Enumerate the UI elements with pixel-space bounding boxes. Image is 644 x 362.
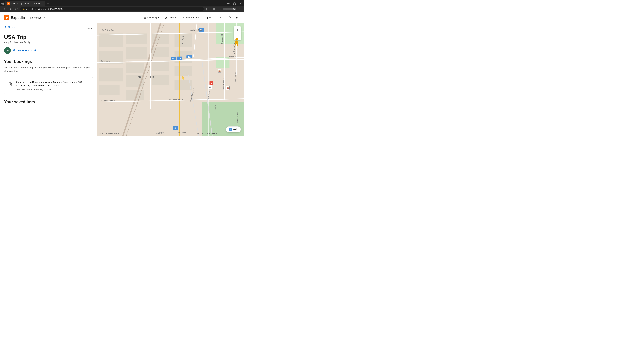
trips-button[interactable]: Trips [216,15,226,20]
active-tab[interactable]: E USA Trip trip overview | Expedia ✕ [5,1,45,6]
svg-text:Maryland Pkwy: Maryland Pkwy [235,71,237,83]
notifications-button[interactable] [227,15,233,21]
help-button[interactable]: ? Help [226,126,241,132]
tab-group-indicator[interactable] [1,2,4,5]
account-button[interactable] [234,15,240,21]
svg-rect-22 [126,33,147,43]
promo-content: It's great to be Blue. You unlocked Memb… [16,80,84,91]
support-label: Support [204,16,212,19]
svg-point-88 [236,38,238,40]
svg-point-4 [219,8,220,9]
split-screen-button[interactable] [211,7,216,11]
bookmark-button[interactable] [205,7,210,11]
svg-text:Joe W Brown Dr: Joe W Brown Dr [223,77,225,90]
list-property-button[interactable]: List your property [180,15,201,20]
menu-button[interactable]: Menu [87,27,93,30]
svg-text:15: 15 [174,127,176,129]
support-button[interactable]: Support [202,15,215,20]
svg-text:Paradise Rd: Paradise Rd [214,105,216,114]
trip-subtitle: A trip for the whole family. [4,41,93,44]
svg-text:589: 589 [188,56,190,58]
svg-rect-26 [152,47,169,57]
address-bar-right: Incognito (2) [205,7,242,11]
svg-text:S Industrial Rd: S Industrial Rd [221,32,223,43]
promo-icon [8,81,13,86]
zoom-in-label: + [236,28,238,32]
promo-card[interactable]: It's great to be Blue. You unlocked Memb… [4,77,93,94]
pegman[interactable] [234,37,241,44]
expedia-logo-icon [4,15,10,20]
map-panel[interactable]: 15 589 589 15 15 W Cakey Blvd W Cakey Bl… [97,23,244,136]
more-options-icon[interactable]: ⋮ [81,27,84,30]
map-svg: 15 589 589 15 15 W Cakey Blvd W Cakey Bl… [97,23,244,136]
promo-valid: Offer valid until your last day of trave… [16,88,84,91]
list-property-label: List your property [182,16,198,19]
expedia-logo[interactable]: Expedia [4,15,25,20]
invite-label: Invite to your trip [18,49,37,52]
reload-button[interactable] [14,7,19,11]
svg-point-10 [237,17,238,18]
help-label: Help [233,128,238,131]
tab-favicon: E [7,2,10,5]
zoom-in-button[interactable]: + [234,26,241,33]
svg-point-5 [240,8,240,8]
address-bar-row: 🔒 expedia.com/trips/egti-0RO-JET-TPJX In… [0,6,244,12]
get-app-button[interactable]: Get the app [142,15,161,20]
invite-link[interactable]: Invite to your trip [13,49,37,52]
profile-button[interactable] [217,7,222,11]
terms-label: Terms [98,132,104,134]
avatar: LD [4,47,11,54]
svg-marker-8 [5,16,8,19]
svg-rect-34 [174,80,192,90]
svg-rect-18 [99,33,123,47]
svg-text:♥: ♥ [211,82,212,84]
svg-text:Maryland Pkwy: Maryland Pkwy [237,111,238,123]
svg-rect-24 [126,63,144,73]
bookings-empty-text: You don't have any bookings yet. But you… [4,66,93,73]
trip-title: USA Trip [4,34,93,40]
svg-text:15: 15 [178,57,181,59]
svg-point-7 [240,10,240,10]
tab-title: USA Trip trip overview | Expedia [11,2,40,4]
more-travel-dropdown[interactable]: More travel [28,15,47,20]
page: Expedia More travel Get the app English … [0,12,244,136]
invite-row: LD Invite to your trip [4,47,93,54]
map-terms[interactable]: Terms | Report a map error [98,132,122,134]
tab-close-button[interactable]: ✕ [41,2,43,4]
more-options-button[interactable] [238,7,242,11]
svg-rect-20 [99,68,123,81]
svg-point-11 [14,49,15,51]
all-trips-label: All trips [8,26,16,28]
close-window-button[interactable]: ✕ [238,1,243,6]
maximize-button[interactable]: ▢ [232,1,237,6]
address-bar[interactable]: 🔒 expedia.com/trips/egti-0RO-JET-TPJX [20,7,204,11]
forward-button[interactable] [8,7,13,11]
incognito-badge[interactable]: Incognito (2) [223,8,236,10]
svg-text:Sahara Ave: Sahara Ave [100,60,110,62]
back-button[interactable] [2,7,7,11]
avatar-initials: LD [6,49,9,52]
svg-rect-89 [236,40,238,44]
google-label: Google [156,131,164,134]
report-label: Report a map error [106,132,122,134]
language-button[interactable]: English [162,15,178,20]
main-content: All trips ⋮ Menu USA Trip A trip for the… [0,23,244,136]
map-attribution: Map Data ©2024 Google [196,132,217,134]
svg-text:⊞: ⊞ [209,86,211,88]
new-tab-button[interactable]: + [46,1,50,6]
menu-label: Menu [87,27,93,30]
map-scale: Map Data ©2024 Google 500 m [196,132,224,134]
url-text: expedia.com/trips/egti-0RO-JET-TPJX [26,8,63,10]
svg-text:589: 589 [172,58,175,60]
svg-text:W Desert Inn Rd: W Desert Inn Rd [100,99,114,102]
all-trips-link[interactable]: All trips [4,26,16,28]
language-label: English [168,16,176,19]
svg-rect-27 [152,61,169,71]
svg-rect-91 [237,44,238,45]
scale-label: 500 m [219,132,224,134]
minimize-button[interactable]: ─ [226,1,231,6]
svg-text:RICHFIELD: RICHFIELD [137,76,154,79]
svg-rect-90 [236,44,236,45]
svg-rect-21 [99,85,120,95]
lock-icon: 🔒 [22,8,25,10]
